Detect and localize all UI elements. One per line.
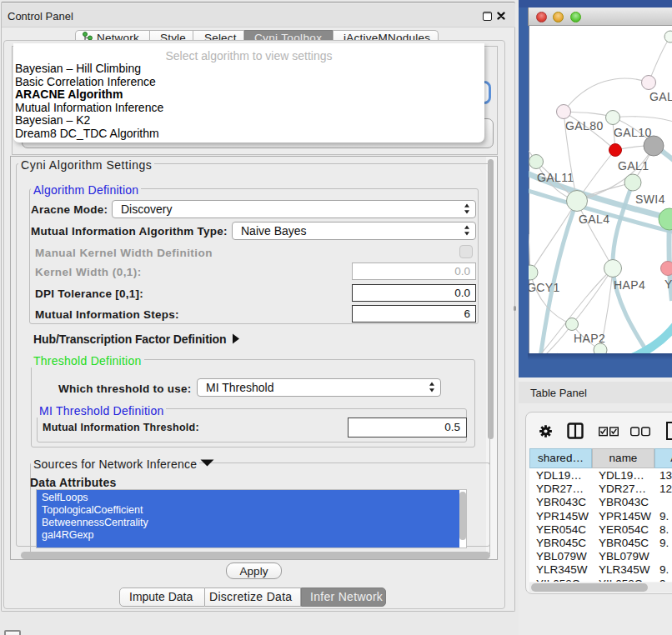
svg-text:GAL: GAL: [649, 90, 672, 103]
svg-text:HAP4: HAP4: [614, 278, 645, 292]
svg-text:Y: Y: [664, 278, 672, 291]
svg-text:GAL11: GAL11: [537, 171, 574, 184]
svg-text:GAL1: GAL1: [618, 159, 649, 172]
svg-text:SWI4: SWI4: [635, 192, 665, 206]
svg-text:GAL4: GAL4: [579, 212, 609, 226]
svg-text:GCY1: GCY1: [529, 281, 560, 294]
svg-text:HAP2: HAP2: [574, 332, 605, 345]
svg-text:GAL80: GAL80: [565, 119, 604, 132]
svg-text:GAL10: GAL10: [614, 126, 652, 139]
